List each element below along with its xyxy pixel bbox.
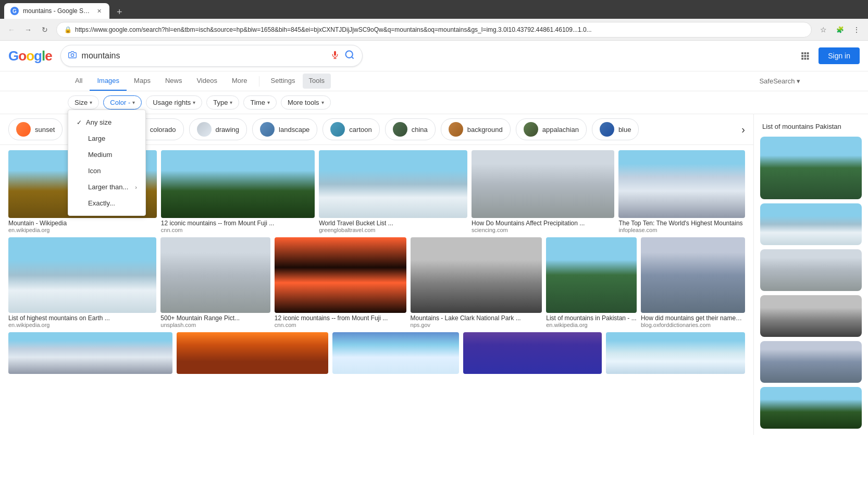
side-panel-image-6[interactable] bbox=[760, 387, 862, 429]
image-source: en.wikipedia.org bbox=[8, 322, 156, 328]
size-filter-button[interactable]: Size ▾ bbox=[68, 95, 99, 110]
suggestion-landscape[interactable]: landscape bbox=[252, 118, 317, 140]
google-page: Google bbox=[0, 41, 868, 485]
nav-tools[interactable]: Tools bbox=[303, 74, 331, 89]
extensions-button[interactable]: 🧩 bbox=[833, 22, 847, 37]
image-source: cnn.com bbox=[161, 227, 315, 233]
svg-rect-11 bbox=[804, 58, 807, 60]
image-row-3 bbox=[8, 332, 745, 374]
size-larger-than-option[interactable]: Larger than... › bbox=[68, 179, 145, 195]
nav-maps[interactable]: Maps bbox=[127, 71, 158, 91]
image-item[interactable] bbox=[606, 332, 745, 374]
image-item[interactable] bbox=[177, 332, 328, 374]
image-caption: How did mountains get their names ... bbox=[641, 314, 745, 322]
drawing-chip-icon bbox=[197, 122, 212, 137]
active-tab[interactable]: G mountains - Google Searc... ✕ bbox=[4, 3, 109, 19]
nav-videos[interactable]: Videos bbox=[189, 71, 225, 91]
blue-chip-icon bbox=[600, 122, 614, 137]
image-source: en.wikipedia.org bbox=[546, 322, 637, 328]
search-input[interactable] bbox=[82, 51, 326, 60]
side-panel-image-2[interactable] bbox=[760, 203, 862, 245]
image-item[interactable] bbox=[8, 332, 172, 374]
browser-window: G mountains - Google Searc... ✕ + ← → ↻ … bbox=[0, 0, 868, 41]
reload-button[interactable]: ↻ bbox=[38, 22, 52, 37]
suggestions-next-button[interactable]: › bbox=[741, 124, 745, 136]
new-tab-button[interactable]: + bbox=[114, 7, 126, 18]
nav-controls: ← → ↻ bbox=[4, 22, 52, 37]
address-bar[interactable]: 🔒 https://www.google.com/search?hl=en&tb… bbox=[56, 22, 812, 38]
appalachian-chip-icon bbox=[524, 122, 538, 137]
suggestion-cartoon[interactable]: cartoon bbox=[323, 118, 379, 140]
image-item[interactable] bbox=[332, 332, 458, 374]
sign-in-button[interactable]: Sign in bbox=[819, 47, 860, 64]
image-item[interactable]: Mountains - Lake Clark National Park ...… bbox=[411, 237, 542, 328]
safe-search[interactable]: SafeSearch ▾ bbox=[759, 77, 800, 85]
color-filter-button[interactable]: Color - ▾ bbox=[103, 95, 142, 110]
landscape-chip-icon bbox=[260, 122, 275, 137]
suggestion-sunset[interactable]: sunset bbox=[8, 118, 63, 140]
image-item[interactable]: List of mountains in Pakistan - ... en.w… bbox=[546, 237, 637, 328]
time-arrow-icon: ▾ bbox=[267, 100, 270, 105]
side-panel: List of mountains Pakistan bbox=[753, 114, 868, 435]
sunset-chip-icon bbox=[16, 122, 31, 137]
side-panel-image-3[interactable] bbox=[760, 249, 862, 291]
image-item[interactable]: 12 iconic mountains -- from Mount Fuji .… bbox=[275, 237, 406, 328]
image-item[interactable]: The Top Ten: The World's Highest Mountai… bbox=[618, 150, 745, 233]
more-tools-filter-button[interactable]: More tools ▾ bbox=[281, 95, 331, 110]
image-item[interactable]: List of highest mountains on Earth ... e… bbox=[8, 237, 156, 328]
nav-more[interactable]: More bbox=[225, 71, 255, 91]
image-caption: World Travel Bucket List ... bbox=[319, 220, 467, 227]
size-large-option[interactable]: Large bbox=[68, 130, 145, 147]
nav-news[interactable]: News bbox=[158, 71, 190, 91]
image-caption: Mountains - Lake Clark National Park ... bbox=[411, 314, 542, 322]
image-item[interactable]: How Do Mountains Affect Precipitation ..… bbox=[472, 150, 614, 233]
suggestion-appalachian[interactable]: appalachian bbox=[516, 118, 587, 140]
side-panel-image[interactable] bbox=[760, 137, 862, 199]
image-caption: List of highest mountains on Earth ... bbox=[8, 314, 156, 322]
mic-search-button[interactable] bbox=[331, 51, 339, 62]
suggestion-drawing[interactable]: drawing bbox=[189, 118, 247, 140]
image-caption: List of mountains in Pakistan - ... bbox=[546, 314, 637, 322]
bookmark-button[interactable]: ☆ bbox=[816, 22, 830, 37]
size-dropdown-menu: ✓ Any size Large Medium Icon bbox=[68, 110, 146, 216]
google-header: Google bbox=[0, 41, 868, 71]
type-filter-button[interactable]: Type ▾ bbox=[206, 95, 239, 110]
search-box-container bbox=[60, 45, 363, 67]
image-source: greenglobaltravel.com bbox=[319, 227, 467, 233]
size-icon-option[interactable]: Icon bbox=[68, 163, 145, 179]
suggestion-china[interactable]: china bbox=[385, 118, 436, 140]
image-caption: How Do Mountains Affect Precipitation ..… bbox=[472, 220, 614, 227]
time-filter-button[interactable]: Time ▾ bbox=[243, 95, 276, 110]
header-right: Sign in bbox=[798, 47, 860, 64]
camera-search-button[interactable] bbox=[68, 51, 77, 61]
tab-favicon: G bbox=[10, 7, 19, 15]
search-box bbox=[60, 45, 363, 67]
image-item[interactable]: How did mountains get their names ... bl… bbox=[641, 237, 745, 328]
usage-rights-filter-button[interactable]: Usage rights ▾ bbox=[146, 95, 202, 110]
nav-images[interactable]: Images bbox=[90, 71, 127, 91]
size-any-option[interactable]: ✓ Any size bbox=[68, 114, 145, 130]
tab-close-button[interactable]: ✕ bbox=[95, 7, 103, 15]
size-arrow-icon: ▾ bbox=[90, 100, 92, 105]
image-item[interactable]: 12 iconic mountains -- from Mount Fuji .… bbox=[161, 150, 315, 233]
suggestion-blue[interactable]: blue bbox=[592, 118, 639, 140]
google-logo: Google bbox=[8, 48, 52, 64]
search-submit-button[interactable] bbox=[344, 50, 355, 63]
suggestion-background[interactable]: background bbox=[441, 118, 511, 140]
check-icon: ✓ bbox=[77, 119, 82, 126]
nav-all[interactable]: All bbox=[68, 71, 90, 91]
more-button[interactable]: ⋮ bbox=[849, 22, 864, 37]
back-button[interactable]: ← bbox=[4, 22, 19, 37]
forward-button[interactable]: → bbox=[21, 22, 35, 37]
image-item[interactable]: 500+ Mountain Range Pict... unsplash.com bbox=[160, 237, 270, 328]
size-exactly-option[interactable]: Exactly... bbox=[68, 195, 145, 211]
google-apps-button[interactable] bbox=[798, 48, 812, 63]
image-item[interactable] bbox=[463, 332, 602, 374]
side-panel-image-4[interactable] bbox=[760, 295, 862, 337]
size-medium-option[interactable]: Medium bbox=[68, 147, 145, 163]
image-source: infoplease.com bbox=[618, 227, 745, 233]
nav-settings[interactable]: Settings bbox=[264, 71, 303, 91]
image-item[interactable]: World Travel Bucket List ... greenglobal… bbox=[319, 150, 467, 233]
image-source: en.wikipedia.org bbox=[8, 227, 157, 233]
side-panel-image-5[interactable] bbox=[760, 341, 862, 383]
